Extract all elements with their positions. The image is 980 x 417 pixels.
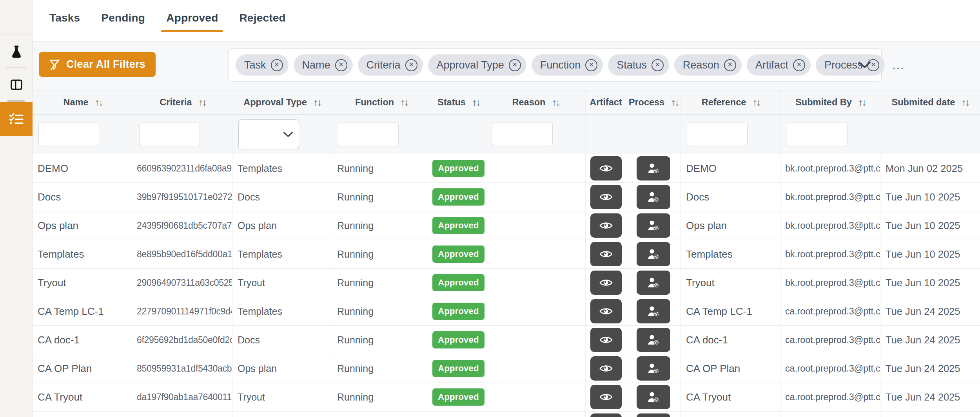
cell-name: CA Tryout: [33, 383, 133, 411]
cell-artifact: [586, 154, 626, 182]
sort-icon[interactable]: ↑↓: [858, 97, 866, 108]
clear-all-filters-button[interactable]: Clear All Filters: [39, 52, 156, 77]
remove-filter-icon[interactable]: ×: [405, 59, 417, 71]
cell-submitted-date: Tue Jun 10 2025: [880, 269, 980, 297]
cell-reason: [486, 354, 586, 383]
table-row: Tryout 290964907311a63c05256 Tryout Runn…: [33, 269, 980, 297]
process-user-button[interactable]: [637, 385, 670, 409]
reason-filter-input[interactable]: [492, 123, 553, 146]
view-artifact-button[interactable]: [590, 328, 622, 352]
tab-pending[interactable]: Pending: [96, 12, 150, 35]
sort-icon[interactable]: ↑↓: [95, 97, 102, 108]
view-artifact-button[interactable]: [590, 413, 622, 417]
cell-reference: Tryout: [681, 269, 781, 297]
reference-filter-input[interactable]: [687, 123, 748, 146]
process-user-button[interactable]: [637, 271, 670, 295]
sort-icon[interactable]: ↑↓: [752, 97, 760, 108]
table-row: DEMO 660963902311d6fa08a9a6 Templates Ru…: [33, 154, 980, 183]
cell-process: [626, 412, 681, 417]
process-user-button[interactable]: [637, 242, 670, 266]
criteria-filter-input[interactable]: [139, 123, 200, 146]
view-artifact-button[interactable]: [590, 271, 622, 295]
filter-cell-submitted-by: [781, 115, 880, 154]
cell-submitted-by: bk.root.preprod.3@ptt.c: [781, 183, 880, 211]
tab-tasks[interactable]: Tasks: [44, 12, 85, 35]
active-filters-panel: Task × Name × Criteria × Approval Type ×…: [228, 48, 882, 82]
view-artifact-button[interactable]: [590, 213, 622, 238]
sort-icon[interactable]: ↑↓: [313, 97, 321, 108]
clear-all-filters-label: Clear All Filters: [66, 58, 145, 70]
eye-icon: [599, 221, 613, 230]
view-artifact-button[interactable]: [590, 156, 622, 181]
sidebar-item-board[interactable]: [0, 73, 33, 96]
status-badge: Approved: [432, 274, 484, 291]
remove-filter-icon[interactable]: ×: [652, 59, 664, 71]
view-artifact-button[interactable]: [590, 385, 622, 409]
cell-submitted-date: Tue Jun 24 2025: [880, 326, 980, 354]
cell-submitted-by: bk.root.preprod.3@ptt.c: [781, 269, 880, 297]
cell-criteria: 290964907311a63c05256: [133, 269, 232, 297]
sort-icon[interactable]: ↑↓: [400, 97, 408, 108]
process-user-button[interactable]: [637, 185, 670, 209]
sort-icon[interactable]: ↑↓: [961, 97, 969, 108]
view-artifact-button[interactable]: [590, 299, 622, 323]
tab-approved[interactable]: Approved: [161, 12, 223, 35]
cell-reason: [486, 183, 586, 211]
filter-toolbar: Clear All Filters Task × Name × Criteria…: [33, 42, 980, 90]
checklist-icon: [9, 113, 24, 125]
sort-icon[interactable]: ↑↓: [198, 97, 206, 108]
name-filter-input[interactable]: [38, 123, 99, 146]
cell-approval-type: Docs: [232, 326, 332, 354]
cell-submitted-date: Tue Jun 24 2025: [880, 383, 980, 411]
remove-filter-icon[interactable]: ×: [335, 59, 347, 71]
filter-cell-name: [33, 115, 133, 154]
process-user-button[interactable]: [637, 299, 670, 323]
cell-reason: [486, 412, 586, 417]
cell-approval-type: Templates: [232, 240, 332, 268]
sidebar-rule: [6, 67, 26, 68]
cell-process: [626, 240, 681, 268]
filter-chip-artifact: Artifact ×: [747, 54, 811, 76]
expand-filters-button[interactable]: [858, 61, 871, 69]
view-artifact-button[interactable]: [590, 242, 622, 266]
process-user-button[interactable]: [637, 413, 670, 417]
submitted-by-filter-input[interactable]: [787, 123, 848, 146]
remove-filter-icon[interactable]: ×: [585, 59, 597, 71]
sort-icon[interactable]: ↑↓: [552, 97, 559, 108]
cell-function: Running: [332, 269, 431, 297]
cell-submitted-date: Tue Jun 10 2025: [880, 240, 980, 268]
process-user-button[interactable]: [637, 156, 670, 181]
function-filter-input[interactable]: [338, 123, 399, 146]
cell-function: Running: [332, 183, 431, 211]
columns-icon: [11, 79, 22, 90]
sidebar-item-tasks-active[interactable]: [0, 102, 33, 136]
filter-cell-reason: [486, 115, 586, 154]
sidebar-item-experiments[interactable]: [0, 40, 33, 64]
process-user-button[interactable]: [637, 328, 670, 352]
remove-filter-icon[interactable]: ×: [724, 59, 736, 71]
main-panel: Tasks Pending Approved Rejected Clear Al…: [33, 0, 980, 417]
process-user-button[interactable]: [637, 213, 670, 238]
view-artifact-button[interactable]: [590, 356, 622, 381]
user-gear-icon: [647, 334, 660, 345]
eye-icon: [599, 250, 613, 258]
col-header-reason: Reason↑↓: [486, 90, 586, 114]
status-badge: Approved: [432, 188, 484, 206]
process-user-button[interactable]: [637, 356, 670, 381]
table-row: CA OP Plan 850959931a1df5430acb42 Ops pl…: [33, 354, 980, 383]
tab-rejected[interactable]: Rejected: [234, 12, 290, 35]
cell-function: Running: [332, 154, 431, 182]
filter-chip-status: Status ×: [608, 54, 669, 76]
cell-submitted-by: bk.root.preprod.3@ptt.c: [781, 240, 880, 268]
sort-icon[interactable]: ↑↓: [671, 97, 678, 108]
view-artifact-button[interactable]: [590, 185, 622, 209]
remove-filter-icon[interactable]: ×: [509, 59, 521, 71]
cell-function: Running: [332, 354, 431, 383]
app-window: Tasks Pending Approved Rejected Clear Al…: [0, 0, 980, 417]
cell-status: Approved: [431, 211, 486, 240]
cell-submitted-by: [781, 412, 880, 417]
remove-filter-icon[interactable]: ×: [271, 59, 283, 71]
approval-type-filter-select[interactable]: [238, 119, 299, 149]
remove-filter-icon[interactable]: ×: [793, 59, 805, 71]
sort-icon[interactable]: ↑↓: [472, 97, 479, 108]
